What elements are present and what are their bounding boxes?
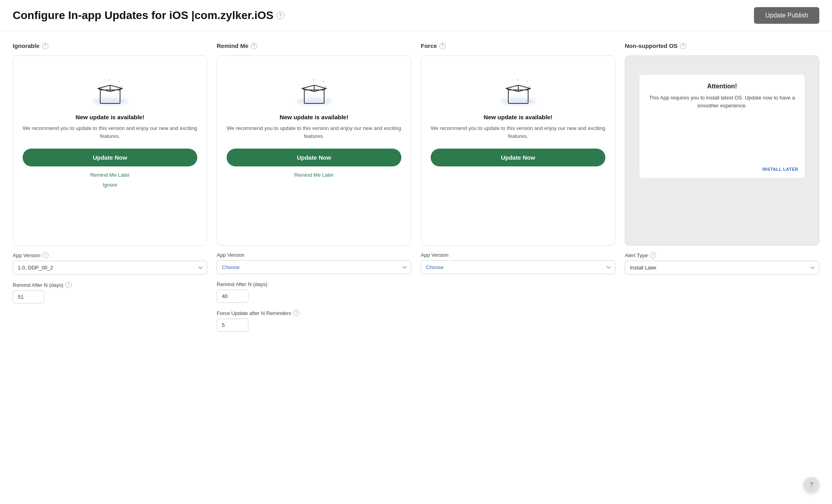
column-label-text-remind_me: Remind Me: [217, 42, 248, 49]
number-input-remind_me-remind_after[interactable]: [217, 290, 248, 303]
column-remind_me: Remind Me? · + · · + + New update is ava…: [217, 42, 411, 332]
main-content: Ignorable? · + · · + + New update is ava…: [0, 31, 832, 344]
ns-attention-title: Attention!: [646, 83, 798, 90]
remind-later-link-ignorable[interactable]: Remind Me Later: [90, 172, 130, 178]
preview-title-ignorable: New update is available!: [76, 114, 144, 120]
field-label-text-remind_me-app_version: App Version: [217, 252, 244, 258]
floating-help-button[interactable]: ?: [803, 477, 819, 493]
field-label-ignorable-remind_after: Remind After N (days)?: [13, 282, 207, 288]
column-label-remind_me: Remind Me?: [217, 42, 411, 49]
field-group-ignorable-remind_after: Remind After N (days)?: [13, 282, 207, 304]
select-field-force-app_version[interactable]: Choose: [421, 260, 615, 274]
column-ignorable: Ignorable? · + · · + + New update is ava…: [13, 42, 207, 332]
svg-text:·: ·: [308, 79, 309, 83]
preview-desc-remind_me: We recommend you to update to this versi…: [227, 124, 401, 140]
field-label-text-non_supported-alert_type: Alert Type: [625, 252, 648, 258]
preview-title-force: New update is available!: [484, 114, 552, 120]
svg-rect-14: [508, 90, 528, 103]
preview-card-force: · + · · + + New update is available!We r…: [421, 55, 615, 246]
update-publish-button[interactable]: Update Publish: [754, 7, 819, 24]
column-label-ignorable: Ignorable?: [13, 42, 207, 49]
title-help-icon[interactable]: ?: [277, 11, 284, 19]
field-help-icon-remind_me-force_update[interactable]: ?: [293, 310, 300, 316]
fields-stack-ignorable: App Version?1.0, DDP_00_2Remind After N …: [13, 252, 207, 304]
preview-card-remind_me: · + · · + + New update is available!We r…: [217, 55, 411, 246]
column-non_supported: Non-supported OS? Attention! This App re…: [625, 42, 819, 332]
column-label-non_supported: Non-supported OS?: [625, 42, 819, 49]
ignore-link-ignorable[interactable]: Ignore: [103, 182, 117, 188]
field-help-icon-non_supported-alert_type[interactable]: ?: [650, 252, 656, 258]
number-input-remind_me-force_update[interactable]: [217, 319, 248, 332]
field-label-text-ignorable-remind_after: Remind After N (days): [13, 282, 63, 288]
field-group-remind_me-remind_after: Remind After N (days): [217, 281, 411, 303]
select-field-ignorable-app_version[interactable]: 1.0, DDP_00_2: [13, 261, 207, 275]
field-group-force-app_version: App VersionChoose: [421, 252, 615, 274]
box-svg-icon: · + · · + +: [96, 79, 124, 107]
field-help-icon-ignorable-app_version[interactable]: ?: [42, 252, 49, 258]
column-label-text-ignorable: Ignorable: [13, 42, 40, 49]
column-help-icon-remind_me[interactable]: ?: [251, 43, 257, 49]
number-input-ignorable-remind_after[interactable]: [13, 290, 44, 304]
column-label-force: Force?: [421, 42, 615, 49]
fields-stack-force: App VersionChoose: [421, 252, 615, 274]
preview-title-remind_me: New update is available!: [280, 114, 348, 120]
update-now-button-force[interactable]: Update Now: [431, 149, 605, 166]
column-label-text-non_supported: Non-supported OS: [625, 42, 677, 49]
svg-text:·: ·: [99, 81, 101, 85]
svg-rect-7: [304, 90, 324, 103]
box-icon-ignorable: · + · · + +: [86, 67, 134, 107]
ns-install-later-link[interactable]: INSTALL LATER: [646, 167, 798, 172]
svg-text:·: ·: [512, 79, 513, 83]
field-label-text-ignorable-app_version: App Version: [13, 252, 40, 258]
svg-rect-0: [100, 90, 120, 103]
svg-text:·: ·: [508, 81, 509, 85]
preview-desc-force: We recommend you to update to this versi…: [431, 124, 605, 140]
box-svg-icon: · + · · + +: [300, 79, 328, 107]
svg-text:·: ·: [303, 81, 305, 85]
svg-text:+: +: [526, 79, 529, 84]
field-label-non_supported-alert_type: Alert Type?: [625, 252, 819, 258]
column-force: Force? · + · · + + New update is availab…: [421, 42, 615, 332]
field-help-icon-ignorable-remind_after[interactable]: ?: [65, 282, 72, 288]
svg-text:+: +: [322, 79, 324, 84]
field-label-force-app_version: App Version: [421, 252, 615, 258]
select-field-remind_me-app_version[interactable]: Choose: [217, 260, 411, 274]
field-label-remind_me-app_version: App Version: [217, 252, 411, 258]
field-label-ignorable-app_version: App Version?: [13, 252, 207, 258]
svg-text:+: +: [121, 84, 123, 88]
field-group-ignorable-app_version: App Version?1.0, DDP_00_2: [13, 252, 207, 275]
field-label-text-remind_me-remind_after: Remind After N (days): [217, 281, 267, 287]
title-text: Configure In-app Updates for iOS |com.zy…: [13, 9, 273, 22]
svg-text:+: +: [529, 84, 531, 88]
field-group-remind_me-app_version: App VersionChoose: [217, 252, 411, 274]
svg-text:+: +: [325, 84, 327, 88]
select-field-non_supported-alert_type[interactable]: Install Later: [625, 261, 819, 275]
column-help-icon-non_supported[interactable]: ?: [680, 43, 686, 49]
update-now-button-remind_me[interactable]: Update Now: [227, 149, 401, 166]
svg-text:+: +: [108, 79, 111, 82]
column-help-icon-ignorable[interactable]: ?: [42, 43, 48, 49]
field-label-text-remind_me-force_update: Force Update after N Reminders: [217, 310, 291, 316]
field-label-remind_me-remind_after: Remind After N (days): [217, 281, 411, 287]
field-group-remind_me-force_update: Force Update after N Reminders?: [217, 310, 411, 332]
box-svg-icon: · + · · + +: [504, 79, 532, 107]
svg-text:+: +: [312, 79, 315, 82]
update-now-button-ignorable[interactable]: Update Now: [23, 149, 197, 166]
svg-text:·: ·: [319, 82, 321, 87]
column-help-icon-force[interactable]: ?: [439, 43, 446, 49]
preview-card-ignorable: · + · · + + New update is available!We r…: [13, 55, 207, 246]
svg-text:+: +: [516, 79, 519, 82]
svg-text:·: ·: [523, 82, 525, 87]
preview-card-non_supported: Attention! This App requires you to inst…: [625, 55, 819, 246]
ns-attention-desc: This App requires you to install latest …: [646, 94, 798, 109]
page-header: Configure In-app Updates for iOS |com.zy…: [0, 0, 832, 31]
svg-text:+: +: [118, 79, 120, 84]
page-title: Configure In-app Updates for iOS |com.zy…: [13, 9, 284, 22]
columns-grid: Ignorable? · + · · + + New update is ava…: [13, 42, 819, 332]
fields-stack-non_supported: Alert Type?Install Later: [625, 252, 819, 275]
preview-desc-ignorable: We recommend you to update to this versi…: [23, 124, 197, 140]
fields-stack-remind_me: App VersionChooseRemind After N (days)Fo…: [217, 252, 411, 332]
remind-later-link-remind_me[interactable]: Remind Me Later: [294, 172, 334, 178]
column-label-text-force: Force: [421, 42, 437, 49]
field-label-text-force-app_version: App Version: [421, 252, 448, 258]
